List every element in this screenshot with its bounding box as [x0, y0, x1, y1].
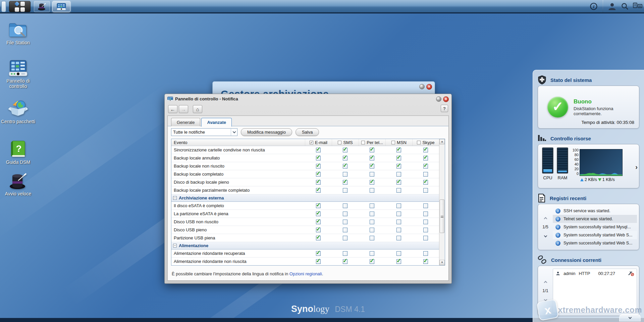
- notification-checkbox[interactable]: [343, 220, 347, 224]
- collapse-section-icon[interactable]: −: [173, 196, 177, 200]
- close-icon[interactable]: ×: [443, 96, 449, 102]
- notification-checkbox[interactable]: [396, 212, 401, 216]
- minimize-button[interactable]: [436, 96, 441, 102]
- notification-checkbox[interactable]: [370, 251, 374, 256]
- notification-checkbox[interactable]: [343, 188, 347, 193]
- desktop-icon-file-station[interactable]: File Station: [1, 20, 36, 45]
- notification-checkbox[interactable]: [423, 172, 428, 177]
- notification-checkbox[interactable]: [396, 203, 401, 208]
- event-row[interactable]: Backup locale non riuscito✓✓✓✓✓: [171, 162, 439, 170]
- notification-checkbox[interactable]: ✓: [316, 148, 321, 152]
- notification-checkbox[interactable]: [423, 251, 428, 256]
- log-row[interactable]: iSystem successfully started Web S...: [553, 239, 637, 247]
- notification-checkbox[interactable]: ✓: [343, 164, 347, 169]
- notification-checkbox[interactable]: [343, 203, 347, 208]
- event-row[interactable]: Alimentazione ridondante non riuscita✓✓✓…: [171, 258, 439, 266]
- notification-checkbox[interactable]: ✓: [343, 259, 347, 264]
- notification-checkbox[interactable]: ✓: [396, 180, 401, 185]
- notification-checkbox[interactable]: [370, 220, 374, 224]
- notification-checkbox[interactable]: ✓: [423, 156, 428, 160]
- notification-checkbox[interactable]: ✓: [316, 212, 321, 216]
- event-row[interactable]: Sincronizzazione cartelle condivise non …: [171, 146, 439, 154]
- disconnect-icon[interactable]: [628, 271, 634, 276]
- tab-avanzate[interactable]: Avanzate: [201, 118, 232, 127]
- channel-select-all-checkbox[interactable]: [391, 141, 395, 144]
- notification-checkbox[interactable]: [396, 251, 401, 256]
- user-icon[interactable]: [606, 1, 619, 11]
- notification-checkbox[interactable]: [343, 212, 347, 216]
- notification-checkbox[interactable]: ✓: [316, 164, 321, 169]
- notification-checkbox[interactable]: ✓: [316, 180, 321, 185]
- notification-checkbox[interactable]: ✓: [370, 156, 374, 160]
- info-icon[interactable]: i: [587, 1, 600, 11]
- help-button[interactable]: ?: [441, 105, 448, 112]
- notification-checkbox[interactable]: [396, 220, 401, 224]
- notification-checkbox[interactable]: ✓: [316, 203, 321, 208]
- regional-options-link[interactable]: Opzioni regionali: [289, 271, 322, 276]
- page-down-button[interactable]: [544, 233, 547, 239]
- event-row[interactable]: Backup locale annullato✓✓✓✓✓: [171, 154, 439, 162]
- save-button[interactable]: Salva: [296, 128, 319, 136]
- notification-checkbox[interactable]: ✓: [316, 156, 321, 160]
- back-button[interactable]: ←: [168, 105, 177, 113]
- notification-checkbox[interactable]: ✓: [316, 228, 321, 232]
- notification-checkbox[interactable]: [370, 172, 374, 177]
- log-row[interactable]: iTelnet service was started.: [553, 215, 637, 223]
- notification-checkbox[interactable]: ✓: [396, 148, 401, 152]
- channel-select-all-checkbox[interactable]: [338, 141, 341, 144]
- notification-checkbox[interactable]: [343, 228, 347, 232]
- channel-select-all-checkbox[interactable]: [417, 141, 421, 144]
- search-icon[interactable]: [619, 1, 631, 11]
- connection-row[interactable]: admin HTTP 00:27:27: [553, 269, 637, 278]
- collapse-section-icon[interactable]: −: [173, 244, 177, 247]
- notification-checkbox[interactable]: ✓: [316, 172, 321, 177]
- notification-checkbox[interactable]: ✓: [396, 164, 401, 169]
- widgets-panel-icon[interactable]: [631, 1, 644, 11]
- notification-checkbox[interactable]: ✓: [423, 259, 428, 264]
- notification-checkbox[interactable]: [343, 236, 347, 240]
- notification-checkbox[interactable]: ✓: [343, 148, 347, 152]
- notification-checkbox[interactable]: ✓: [396, 259, 401, 264]
- tab-generale[interactable]: Generale: [171, 118, 200, 126]
- page-up-button[interactable]: [544, 215, 547, 221]
- channel-select-all-checkbox[interactable]: [361, 141, 365, 144]
- notification-checkbox[interactable]: [370, 188, 374, 193]
- taskbar-quick-launch-button[interactable]: [34, 1, 50, 12]
- event-row[interactable]: Disco USB non riuscito✓: [171, 218, 439, 226]
- dialog-titlebar[interactable]: Pannello di controllo - Notifica ×: [165, 94, 451, 103]
- widget-panel-collapse-button[interactable]: [619, 314, 641, 321]
- home-button[interactable]: ⌂: [193, 105, 202, 113]
- notification-checkbox[interactable]: ✓: [370, 148, 374, 152]
- page-up-button[interactable]: [544, 279, 547, 285]
- log-row[interactable]: iSystem successfully started Mysql...: [553, 223, 637, 231]
- desktop-icon-quick-start[interactable]: Avvio veloce: [1, 172, 36, 196]
- event-row[interactable]: Alimentazione ridondante recuperata✓: [171, 249, 439, 258]
- event-row[interactable]: Partizione USB piena✓: [171, 234, 439, 242]
- desktop-icon-package-center[interactable]: Centro pacchetti: [1, 99, 36, 124]
- event-row[interactable]: Backup locale completato✓: [171, 170, 439, 178]
- notification-checkbox[interactable]: [370, 203, 374, 208]
- notification-checkbox[interactable]: [343, 251, 347, 256]
- event-row[interactable]: La partizione eSATA è piena✓: [171, 210, 439, 218]
- notification-checkbox[interactable]: [370, 228, 374, 232]
- event-row[interactable]: Il disco eSATA è completo✓: [171, 202, 439, 210]
- notification-checkbox[interactable]: [423, 236, 428, 240]
- forward-button[interactable]: →: [179, 105, 188, 113]
- notification-checkbox[interactable]: ✓: [370, 180, 374, 185]
- page-down-button[interactable]: [544, 296, 547, 303]
- vertical-scrollbar[interactable]: ▲ ▼: [439, 139, 445, 265]
- notification-checkbox[interactable]: [370, 212, 374, 216]
- notification-checkbox[interactable]: ✓: [423, 148, 428, 152]
- notification-checkbox[interactable]: ✓: [316, 251, 321, 256]
- notification-checkbox[interactable]: ✓: [423, 180, 428, 185]
- notification-checkbox[interactable]: ✓: [316, 188, 321, 193]
- notification-checkbox[interactable]: [423, 228, 428, 232]
- notification-checkbox[interactable]: ✓: [370, 164, 374, 169]
- show-desktop-button[interactable]: [1, 1, 6, 12]
- close-icon[interactable]: ×: [426, 84, 432, 90]
- desktop-icon-control-panel[interactable]: Pannello di controllo: [1, 60, 36, 89]
- notification-checkbox[interactable]: ✓: [343, 180, 347, 185]
- notification-checkbox[interactable]: [423, 212, 428, 216]
- notification-checkbox[interactable]: ✓: [423, 164, 428, 169]
- edit-message-button[interactable]: Modifica messaggio: [241, 128, 292, 136]
